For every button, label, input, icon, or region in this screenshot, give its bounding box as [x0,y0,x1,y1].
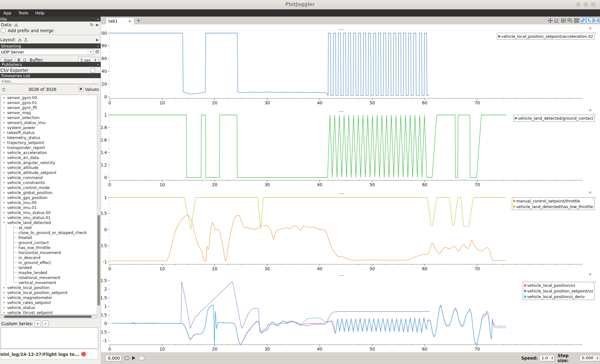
tree-item[interactable]: ▸vehicle_attitude [1,165,97,170]
pan-zoom-icon[interactable] [547,17,553,23]
loop-icon[interactable] [124,356,129,360]
tree-item[interactable]: ▸telemetry_status [1,135,97,140]
plot-legend[interactable]: vehicle_local_position/vzvehicle_local_p… [523,282,595,300]
reload-icon[interactable]: ↻ [90,22,94,27]
spin-arrows-icon[interactable] [550,355,554,361]
tree-item[interactable]: ▸vehicle_global_position [1,190,97,195]
prefix-checkbox[interactable] [1,28,5,33]
legend-item[interactable]: vehicle_local_position_setpoint/accelera… [498,33,593,39]
plot-close-icon[interactable]: × [588,26,592,30]
chevron-right-icon[interactable]: ▸ [3,311,7,314]
legend-item[interactable]: vehicle_local_position_setpoint/vz [524,288,593,294]
tree-item[interactable]: ▸vehicle_imu.00 [1,200,97,205]
menu-help[interactable]: Help [32,9,48,17]
csv-exporter-checkbox[interactable] [91,68,95,72]
tree-item[interactable]: ▸vehicle_constraints [1,180,97,185]
timeseries-tree[interactable]: ▸sensor_gyro.00▸sensor_gyro.01▸sensor_gy… [1,95,98,315]
chevron-right-icon[interactable]: ▸ [3,146,7,149]
tree-item[interactable]: close_to_ground_or_skipped_check [1,230,97,235]
legend-item[interactable]: vehicle_land_detected/ground_contact [515,115,593,121]
legend-toggle-icon[interactable] [560,17,566,23]
section-header-streaming[interactable]: Streaming- [0,43,101,48]
chevron-right-icon[interactable]: ▸ [3,161,7,164]
section-header-file[interactable]: File- [0,17,101,22]
chevron-right-icon[interactable]: ▸ [3,171,7,174]
tree-item[interactable]: ▸vehicle_command [1,175,97,180]
plot-menu-dots-icon[interactable]: ... [339,27,344,31]
tree-item[interactable]: ▸transponder_report [1,145,97,150]
load-layout-icon[interactable] [18,38,22,42]
legend-handle-icon[interactable] [593,281,596,284]
legend-item[interactable]: vehicle_local_position/vz [524,282,593,288]
menu-tools[interactable]: Tools [15,9,32,17]
values-radio[interactable] [79,87,83,92]
trash-icon[interactable] [2,87,6,92]
chevron-right-icon[interactable]: ▸ [3,106,7,109]
chevron-right-icon[interactable]: ▸ [3,151,7,154]
chevron-right-icon[interactable]: ▸ [3,286,7,289]
chevron-right-icon[interactable]: ▸ [3,296,7,299]
scrollbar-thumb[interactable] [4,316,92,318]
tree-item[interactable]: has_low_throttle [1,245,97,250]
tree-item[interactable]: ▸vehicle_local_position_setpoint [1,290,97,295]
chevron-right-icon[interactable]: ▸ [3,216,7,219]
chevron-right-icon[interactable]: ▸ [3,186,7,189]
chevron-right-icon[interactable]: ▸ [3,131,7,134]
tree-horizontal-scrollbar[interactable] [1,315,98,318]
tree-item[interactable]: ▸vehicle_local_position [1,285,97,290]
legend-handle-icon[interactable] [593,114,596,117]
chevron-right-icon[interactable]: ▸ [3,181,7,184]
window-button-icon[interactable] [576,2,581,7]
tree-item[interactable]: in_ground_effect [1,260,97,265]
tree-item[interactable]: ▸sensor_gyro_fft [1,105,97,110]
chevron-right-icon[interactable]: ▸ [3,196,7,199]
legend-handle-icon[interactable] [593,32,596,35]
tab-close-icon[interactable]: × [128,19,132,23]
tree-item[interactable]: ▸vehicle_imu_status.01 [1,215,97,220]
tree-item[interactable]: in_descend [1,255,97,260]
layout-submenu-arrow-icon[interactable]: ▶ [96,38,99,42]
chevron-right-icon[interactable]: ▸ [3,141,7,144]
link-axes-icon[interactable] [580,17,586,23]
chevron-right-icon[interactable]: ▸ [3,291,7,294]
plot-close-icon[interactable]: × [588,190,592,194]
window-controls[interactable] [576,2,596,7]
collapse-icon[interactable]: - [97,44,99,48]
tree-item[interactable]: landed [1,265,97,270]
plot-legend[interactable]: manual_control_setpoint/throttlevehicle_… [512,197,595,210]
play-button[interactable] [132,356,135,360]
plot-legend[interactable]: vehicle_local_position_setpoint/accelera… [497,33,595,40]
plot-menu-dots-icon[interactable]: ... [339,273,344,277]
chevron-right-icon[interactable]: ▸ [3,211,7,214]
chevron-right-icon[interactable]: ▸ [3,96,7,99]
scrollbar-thumb[interactable] [98,215,100,306]
tree-item[interactable]: ▸takeoff_status [1,130,97,135]
filter-input[interactable] [1,79,99,84]
chevron-right-icon[interactable]: ▸ [3,121,7,124]
section-header-publishers[interactable]: Publishers- [0,62,101,67]
plot-area[interactable]: 010203040506070020406080100×...vehicle_l… [101,24,600,352]
prefix-row[interactable]: Add prefix and merge [0,28,101,33]
tree-item[interactable]: ▸system_power [1,125,97,130]
tree-item[interactable]: rotational_movement [1,275,97,280]
add-custom-series-button[interactable]: + [35,321,41,327]
tree-item[interactable]: ▸sensors_status_imu [1,120,97,125]
curve-tracker-icon[interactable] [554,17,560,23]
time-origin-icon[interactable]: to [587,17,592,23]
tree-item[interactable]: freefall [1,235,97,240]
chevron-down-icon[interactable]: ▾ [3,221,7,224]
chevron-right-icon[interactable]: ▸ [3,116,7,119]
streaming-source-combo[interactable]: UDP Server [0,49,93,55]
recording-toast[interactable]: mini_log/24-12-27/Flight logs to... [0,349,98,360]
spin-arrows-icon[interactable] [595,355,600,361]
tree-item[interactable]: ▸sensor_gyro.01 [1,100,97,105]
chevron-right-icon[interactable]: ▸ [3,301,7,304]
tree-item[interactable]: ▸vehicle_gps_position [1,195,97,200]
chevron-right-icon[interactable]: ▸ [3,111,7,114]
tree-item[interactable]: horizontal_movement [1,250,97,255]
tree-item[interactable]: at_rest [1,225,97,230]
grid-layout-icon[interactable] [573,17,579,23]
chevron-right-icon[interactable]: ▸ [3,136,7,139]
tree-item[interactable]: ▸vehicle_status [1,305,97,310]
collapse-icon[interactable]: - [97,62,99,67]
